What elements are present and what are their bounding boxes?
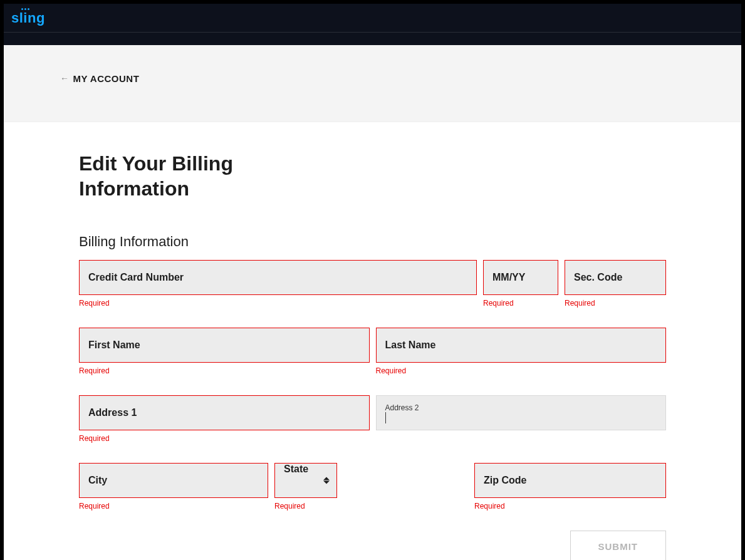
field-address1: Required (79, 395, 370, 443)
first-name-error: Required (79, 366, 370, 375)
exp-input[interactable] (483, 260, 558, 295)
main-content: Edit Your Billing Information Billing In… (4, 122, 741, 560)
field-exp: Required (483, 260, 558, 308)
top-bar: sling (4, 4, 741, 33)
spacer (343, 463, 468, 511)
address2-value (385, 412, 657, 423)
exp-error: Required (483, 299, 558, 308)
field-zip: Required (474, 463, 666, 511)
back-to-account-link[interactable]: ← MY ACCOUNT (60, 73, 139, 84)
field-state: State Required (274, 463, 337, 511)
submit-button[interactable]: SUBMIT (570, 531, 667, 560)
form-row-locality: Required State Required Required (79, 463, 666, 511)
form-row-address: Required Address 2 (79, 395, 666, 443)
sec-code-input[interactable] (565, 260, 666, 295)
breadcrumb-label: MY ACCOUNT (73, 73, 140, 84)
cc-number-input[interactable] (79, 260, 477, 295)
field-last-name: Required (376, 328, 667, 375)
brand-name: sling (11, 10, 45, 26)
field-sec-code: Required (565, 260, 666, 308)
field-cc-number: Required (79, 260, 477, 308)
sec-code-error: Required (565, 299, 666, 308)
state-error: Required (274, 502, 337, 511)
submit-row: SUBMIT (79, 531, 666, 560)
arrow-left-icon: ← (60, 73, 70, 83)
last-name-input[interactable] (376, 328, 667, 363)
breadcrumb-area: ← MY ACCOUNT (4, 45, 741, 122)
page-title: Edit Your Billing Information (79, 151, 298, 201)
address2-label: Address 2 (385, 403, 657, 412)
brand-logo[interactable]: sling (11, 10, 45, 26)
city-error: Required (79, 502, 268, 511)
field-city: Required (79, 463, 268, 511)
address1-input[interactable] (79, 395, 370, 430)
last-name-error: Required (376, 366, 667, 375)
state-select[interactable]: State (274, 463, 337, 498)
form-row-card: Required Required Required (79, 260, 666, 308)
address2-input[interactable]: Address 2 (376, 395, 667, 430)
secondary-bar (4, 33, 741, 45)
app-frame: sling ← MY ACCOUNT Edit Your Billing Inf… (4, 4, 741, 560)
city-input[interactable] (79, 463, 268, 498)
zip-error: Required (474, 502, 666, 511)
section-title: Billing Information (79, 234, 666, 250)
field-address2: Address 2 (376, 395, 667, 443)
address1-error: Required (79, 434, 370, 443)
form-row-name: Required Required (79, 328, 666, 375)
field-first-name: Required (79, 328, 370, 375)
cc-number-error: Required (79, 299, 477, 308)
logo-dots-icon (21, 8, 29, 10)
first-name-input[interactable] (79, 328, 370, 363)
zip-input[interactable] (474, 463, 666, 498)
